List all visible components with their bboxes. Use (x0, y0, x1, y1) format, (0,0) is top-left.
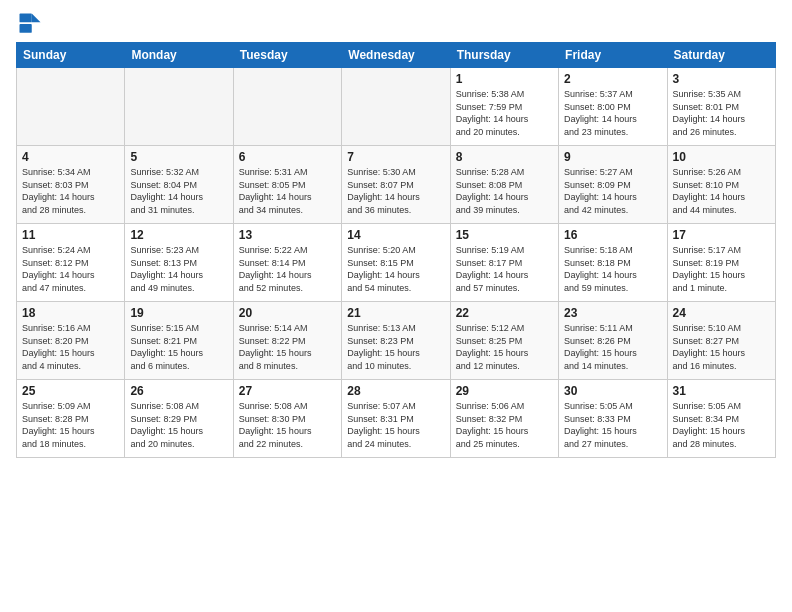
day-info: Sunrise: 5:14 AM Sunset: 8:22 PM Dayligh… (239, 322, 336, 372)
day-number: 29 (456, 384, 553, 398)
day-info: Sunrise: 5:35 AM Sunset: 8:01 PM Dayligh… (673, 88, 770, 138)
day-number: 12 (130, 228, 227, 242)
day-number: 17 (673, 228, 770, 242)
calendar-cell (342, 68, 450, 146)
day-info: Sunrise: 5:27 AM Sunset: 8:09 PM Dayligh… (564, 166, 661, 216)
day-info: Sunrise: 5:22 AM Sunset: 8:14 PM Dayligh… (239, 244, 336, 294)
day-number: 25 (22, 384, 119, 398)
day-number: 9 (564, 150, 661, 164)
calendar-cell: 14Sunrise: 5:20 AM Sunset: 8:15 PM Dayli… (342, 224, 450, 302)
calendar-cell (233, 68, 341, 146)
day-number: 21 (347, 306, 444, 320)
day-number: 26 (130, 384, 227, 398)
calendar-cell: 6Sunrise: 5:31 AM Sunset: 8:05 PM Daylig… (233, 146, 341, 224)
logo-icon (16, 10, 44, 38)
day-info: Sunrise: 5:24 AM Sunset: 8:12 PM Dayligh… (22, 244, 119, 294)
calendar-cell (125, 68, 233, 146)
day-info: Sunrise: 5:12 AM Sunset: 8:25 PM Dayligh… (456, 322, 553, 372)
calendar-cell: 11Sunrise: 5:24 AM Sunset: 8:12 PM Dayli… (17, 224, 125, 302)
day-info: Sunrise: 5:28 AM Sunset: 8:08 PM Dayligh… (456, 166, 553, 216)
calendar-cell: 10Sunrise: 5:26 AM Sunset: 8:10 PM Dayli… (667, 146, 775, 224)
day-number: 31 (673, 384, 770, 398)
day-info: Sunrise: 5:10 AM Sunset: 8:27 PM Dayligh… (673, 322, 770, 372)
weekday-header-thursday: Thursday (450, 43, 558, 68)
day-number: 2 (564, 72, 661, 86)
day-info: Sunrise: 5:17 AM Sunset: 8:19 PM Dayligh… (673, 244, 770, 294)
calendar-cell: 17Sunrise: 5:17 AM Sunset: 8:19 PM Dayli… (667, 224, 775, 302)
calendar-cell: 25Sunrise: 5:09 AM Sunset: 8:28 PM Dayli… (17, 380, 125, 458)
day-info: Sunrise: 5:37 AM Sunset: 8:00 PM Dayligh… (564, 88, 661, 138)
weekday-header-row: SundayMondayTuesdayWednesdayThursdayFrid… (17, 43, 776, 68)
calendar-cell: 24Sunrise: 5:10 AM Sunset: 8:27 PM Dayli… (667, 302, 775, 380)
day-info: Sunrise: 5:15 AM Sunset: 8:21 PM Dayligh… (130, 322, 227, 372)
day-info: Sunrise: 5:32 AM Sunset: 8:04 PM Dayligh… (130, 166, 227, 216)
day-number: 8 (456, 150, 553, 164)
day-info: Sunrise: 5:20 AM Sunset: 8:15 PM Dayligh… (347, 244, 444, 294)
day-number: 4 (22, 150, 119, 164)
day-number: 15 (456, 228, 553, 242)
day-info: Sunrise: 5:05 AM Sunset: 8:34 PM Dayligh… (673, 400, 770, 450)
day-info: Sunrise: 5:38 AM Sunset: 7:59 PM Dayligh… (456, 88, 553, 138)
calendar-cell: 22Sunrise: 5:12 AM Sunset: 8:25 PM Dayli… (450, 302, 558, 380)
calendar-cell: 15Sunrise: 5:19 AM Sunset: 8:17 PM Dayli… (450, 224, 558, 302)
day-number: 13 (239, 228, 336, 242)
day-info: Sunrise: 5:26 AM Sunset: 8:10 PM Dayligh… (673, 166, 770, 216)
calendar-table: SundayMondayTuesdayWednesdayThursdayFrid… (16, 42, 776, 458)
day-number: 23 (564, 306, 661, 320)
day-info: Sunrise: 5:31 AM Sunset: 8:05 PM Dayligh… (239, 166, 336, 216)
calendar-cell: 30Sunrise: 5:05 AM Sunset: 8:33 PM Dayli… (559, 380, 667, 458)
calendar-cell: 18Sunrise: 5:16 AM Sunset: 8:20 PM Dayli… (17, 302, 125, 380)
day-number: 7 (347, 150, 444, 164)
day-number: 3 (673, 72, 770, 86)
day-number: 30 (564, 384, 661, 398)
day-number: 16 (564, 228, 661, 242)
calendar-cell: 28Sunrise: 5:07 AM Sunset: 8:31 PM Dayli… (342, 380, 450, 458)
calendar-week-row: 18Sunrise: 5:16 AM Sunset: 8:20 PM Dayli… (17, 302, 776, 380)
day-number: 1 (456, 72, 553, 86)
weekday-header-friday: Friday (559, 43, 667, 68)
day-info: Sunrise: 5:19 AM Sunset: 8:17 PM Dayligh… (456, 244, 553, 294)
day-number: 14 (347, 228, 444, 242)
calendar-cell: 20Sunrise: 5:14 AM Sunset: 8:22 PM Dayli… (233, 302, 341, 380)
day-info: Sunrise: 5:34 AM Sunset: 8:03 PM Dayligh… (22, 166, 119, 216)
calendar-cell: 29Sunrise: 5:06 AM Sunset: 8:32 PM Dayli… (450, 380, 558, 458)
day-info: Sunrise: 5:13 AM Sunset: 8:23 PM Dayligh… (347, 322, 444, 372)
page-container: SundayMondayTuesdayWednesdayThursdayFrid… (0, 0, 792, 468)
day-number: 5 (130, 150, 227, 164)
day-number: 20 (239, 306, 336, 320)
calendar-cell: 23Sunrise: 5:11 AM Sunset: 8:26 PM Dayli… (559, 302, 667, 380)
calendar-cell: 27Sunrise: 5:08 AM Sunset: 8:30 PM Dayli… (233, 380, 341, 458)
day-info: Sunrise: 5:16 AM Sunset: 8:20 PM Dayligh… (22, 322, 119, 372)
day-number: 19 (130, 306, 227, 320)
calendar-week-row: 1Sunrise: 5:38 AM Sunset: 7:59 PM Daylig… (17, 68, 776, 146)
weekday-header-sunday: Sunday (17, 43, 125, 68)
header (16, 10, 776, 38)
weekday-header-saturday: Saturday (667, 43, 775, 68)
calendar-cell (17, 68, 125, 146)
calendar-cell: 1Sunrise: 5:38 AM Sunset: 7:59 PM Daylig… (450, 68, 558, 146)
day-number: 18 (22, 306, 119, 320)
day-number: 24 (673, 306, 770, 320)
svg-rect-1 (20, 14, 32, 23)
logo (16, 10, 48, 38)
day-number: 11 (22, 228, 119, 242)
calendar-cell: 31Sunrise: 5:05 AM Sunset: 8:34 PM Dayli… (667, 380, 775, 458)
calendar-cell: 19Sunrise: 5:15 AM Sunset: 8:21 PM Dayli… (125, 302, 233, 380)
calendar-cell: 26Sunrise: 5:08 AM Sunset: 8:29 PM Dayli… (125, 380, 233, 458)
calendar-week-row: 4Sunrise: 5:34 AM Sunset: 8:03 PM Daylig… (17, 146, 776, 224)
calendar-cell: 4Sunrise: 5:34 AM Sunset: 8:03 PM Daylig… (17, 146, 125, 224)
day-info: Sunrise: 5:06 AM Sunset: 8:32 PM Dayligh… (456, 400, 553, 450)
calendar-cell: 8Sunrise: 5:28 AM Sunset: 8:08 PM Daylig… (450, 146, 558, 224)
calendar-cell: 7Sunrise: 5:30 AM Sunset: 8:07 PM Daylig… (342, 146, 450, 224)
day-info: Sunrise: 5:18 AM Sunset: 8:18 PM Dayligh… (564, 244, 661, 294)
calendar-cell: 16Sunrise: 5:18 AM Sunset: 8:18 PM Dayli… (559, 224, 667, 302)
day-number: 10 (673, 150, 770, 164)
svg-rect-2 (20, 24, 32, 33)
day-info: Sunrise: 5:23 AM Sunset: 8:13 PM Dayligh… (130, 244, 227, 294)
svg-marker-0 (32, 14, 41, 23)
calendar-cell: 21Sunrise: 5:13 AM Sunset: 8:23 PM Dayli… (342, 302, 450, 380)
calendar-cell: 12Sunrise: 5:23 AM Sunset: 8:13 PM Dayli… (125, 224, 233, 302)
day-info: Sunrise: 5:08 AM Sunset: 8:29 PM Dayligh… (130, 400, 227, 450)
weekday-header-wednesday: Wednesday (342, 43, 450, 68)
day-number: 27 (239, 384, 336, 398)
